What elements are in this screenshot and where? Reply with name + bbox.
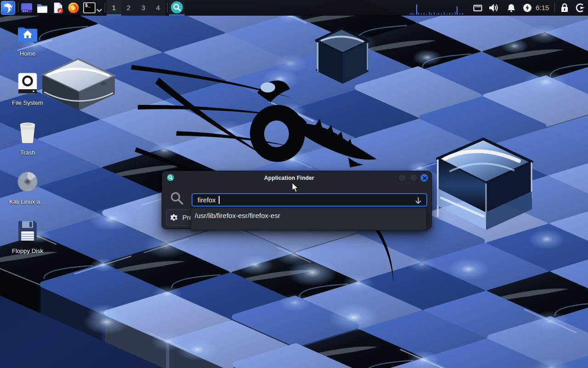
svg-text:$_: $_ bbox=[85, 3, 91, 8]
